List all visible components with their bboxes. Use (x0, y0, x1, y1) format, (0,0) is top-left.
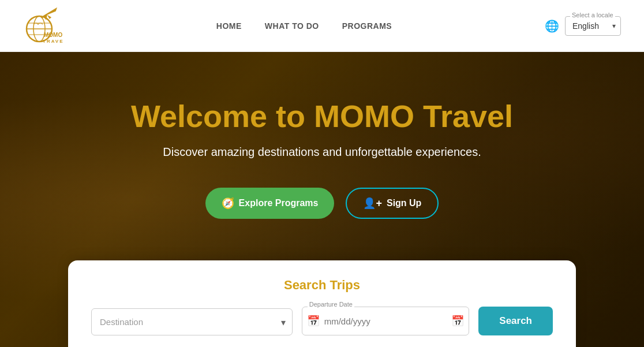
nav-link-programs[interactable]: PROGRAMS (342, 21, 392, 31)
nav-link-what-to-do[interactable]: WHAT TO DO (265, 21, 319, 31)
departure-date-label: Departure Date (308, 301, 354, 308)
hero-title: Welcome to MOMO Travel (131, 98, 513, 134)
logo-icon: MOMO TRAVEL (23, 7, 63, 44)
hero-buttons: 🧭 Explore Programs 👤+ Sign Up (205, 188, 439, 219)
svg-text:MOMO: MOMO (44, 32, 62, 38)
search-card: Search Trips Destination Paris Tokyo New… (68, 260, 576, 347)
sign-up-button[interactable]: 👤+ Sign Up (346, 188, 439, 219)
locale-label: Select a locale (570, 12, 615, 18)
person-add-icon: 👤+ (363, 197, 382, 210)
navbar: MOMO TRAVEL HOME WHAT TO DO PROGRAMS 🌐 S… (0, 0, 644, 52)
search-trips-title: Search Trips (91, 278, 553, 293)
locale-select-input[interactable]: English French Spanish German (570, 19, 616, 33)
nav-link-home[interactable]: HOME (216, 21, 242, 31)
explore-programs-button[interactable]: 🧭 Explore Programs (205, 188, 335, 219)
search-form: Destination Paris Tokyo New York ▾ Depar… (91, 307, 553, 335)
destination-field: Destination Paris Tokyo New York ▾ (91, 308, 293, 335)
hero-section: Welcome to MOMO Travel Discover amazing … (0, 52, 644, 347)
destination-select[interactable]: Destination Paris Tokyo New York (91, 308, 293, 335)
svg-text:TRAVEL: TRAVEL (43, 39, 63, 44)
compass-icon: 🧭 (222, 197, 234, 210)
calendar-button[interactable]: 📅 (451, 315, 464, 327)
hero-subtitle: Discover amazing destinations and unforg… (163, 145, 481, 159)
nav-links: HOME WHAT TO DO PROGRAMS (216, 21, 392, 31)
date-input[interactable] (324, 316, 452, 326)
calendar-icon: 📅 (307, 315, 320, 327)
logo[interactable]: MOMO TRAVEL (23, 7, 63, 44)
locale-area: 🌐 Select a locale English French Spanish… (545, 16, 621, 36)
date-input-container: 📅 📅 (302, 307, 470, 335)
departure-date-field: Departure Date 📅 📅 (302, 307, 470, 335)
locale-selector[interactable]: Select a locale English French Spanish G… (565, 16, 621, 36)
search-button[interactable]: Search (478, 307, 553, 335)
globe-icon: 🌐 (545, 19, 559, 33)
